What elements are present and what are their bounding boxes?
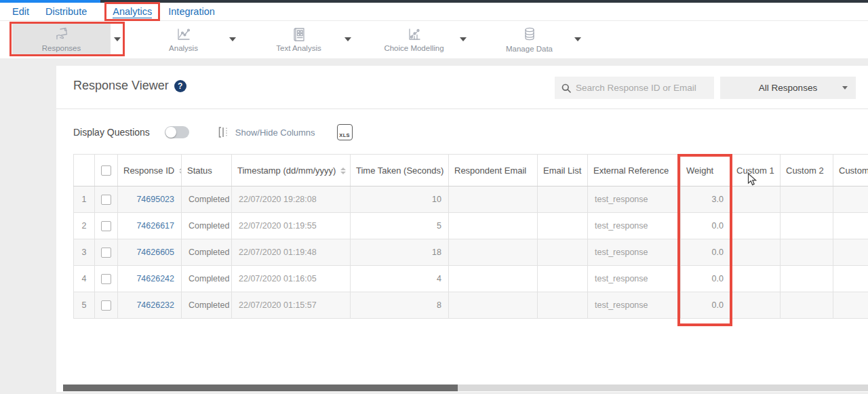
response-id-link[interactable]: 74626242 — [136, 274, 174, 283]
column-header-custom-1: Custom 1 — [731, 155, 781, 186]
sort-icon[interactable] — [179, 168, 181, 174]
cell-weight: 0.0 — [681, 292, 731, 319]
cell-custom_1 — [731, 186, 781, 213]
cell-email_list — [538, 292, 588, 319]
cell-custom_2 — [781, 239, 833, 266]
cell-email_list — [538, 266, 588, 292]
sort-icon[interactable] — [340, 168, 346, 174]
analysis-dropdown-caret[interactable] — [229, 37, 236, 41]
text-analysis-dropdown-caret[interactable] — [344, 37, 351, 41]
search-box — [555, 77, 714, 99]
row-number: 1 — [74, 186, 95, 213]
row-checkbox[interactable] — [101, 248, 111, 258]
cell-timestamp: 22/07/2020 01:19:55 — [232, 213, 351, 239]
cell-weight: 0.0 — [681, 266, 731, 292]
cell-status: Completed — [182, 186, 232, 213]
cell-custom_3 — [833, 292, 868, 319]
cell-custom_1 — [731, 239, 781, 266]
choice-modelling-dropdown-caret[interactable] — [460, 37, 467, 41]
display-questions-toggle[interactable] — [165, 126, 189, 138]
cell-email_list — [538, 213, 588, 239]
toolbar-label: Analysis — [169, 44, 198, 52]
cell-time_taken: 18 — [351, 239, 449, 266]
cell-weight: 0.0 — [681, 213, 731, 239]
column-header-status: Status — [182, 155, 232, 186]
column-label: Weight — [686, 165, 713, 176]
cell-timestamp: 22/07/2020 19:28:08 — [232, 186, 351, 213]
export-xls-button[interactable]: XLS — [337, 124, 353, 140]
show-hide-columns-button[interactable]: Show/Hide Columns — [218, 126, 315, 138]
row-checkbox[interactable] — [101, 195, 111, 205]
table-controls: Display Questions Show/Hide Columns XLS — [73, 124, 353, 140]
cell-time_taken: 10 — [351, 186, 449, 213]
column-header-timestamp-dd-mm-yyyy[interactable]: Timestamp (dd/mm/yyyy) — [232, 155, 351, 186]
column-header-response-id[interactable]: Response ID — [118, 155, 182, 186]
cell-custom_3 — [833, 186, 868, 213]
cell-custom_2 — [781, 213, 833, 239]
table-row: 174695023Completed22/07/2020 19:28:0810t… — [74, 186, 868, 213]
filter-caret-icon — [842, 86, 848, 90]
scrollbar-thumb[interactable] — [63, 385, 458, 391]
column-header-respondent-email: Respondent Email — [449, 155, 538, 186]
response-id-link[interactable]: 74626617 — [136, 221, 174, 231]
cell-response_id: 74626242 — [118, 266, 182, 292]
cell-time_taken: 4 — [351, 266, 449, 292]
main-nav: Edit Distribute Analytics Integration — [0, 3, 868, 21]
column-label: Custom 2 — [786, 165, 824, 176]
toolbar-label: Manage Data — [506, 45, 553, 53]
cell-external_reference: test_response — [588, 239, 681, 266]
row-number: 3 — [74, 239, 95, 266]
column-label: Timestamp (dd/mm/yyyy) — [237, 165, 336, 176]
responses-table-container: Response IDStatusTimestamp (dd/mm/yyyy)T… — [73, 154, 868, 323]
row-checkbox[interactable] — [101, 274, 111, 284]
response-id-link[interactable]: 74626232 — [136, 300, 174, 310]
column-label: Custom 1 — [736, 165, 774, 176]
row-number: 4 — [74, 266, 95, 292]
table-row: 574626232Completed22/07/2020 01:15:578te… — [74, 292, 868, 319]
cell-response_id: 74626617 — [118, 213, 182, 239]
cell-custom_2 — [781, 186, 833, 213]
response-id-link[interactable]: 74626605 — [136, 248, 174, 257]
toolbar-button-manage-data[interactable]: Manage Data — [480, 24, 578, 55]
row-checkbox[interactable] — [101, 300, 111, 311]
search-input[interactable] — [576, 83, 701, 93]
column-header-time-taken-seconds[interactable]: Time Taken (Seconds) — [351, 155, 449, 186]
nav-item-integration[interactable]: Integration — [168, 6, 215, 17]
cell-status: Completed — [182, 213, 232, 239]
page-title: Response Viewer ? — [73, 79, 186, 93]
toolbar-button-choice-modelling[interactable]: Choice Modelling — [365, 24, 463, 55]
cell-email_list — [538, 239, 588, 266]
column-label: External Reference — [593, 165, 669, 176]
select-all-checkbox[interactable] — [101, 165, 111, 176]
response-id-link[interactable]: 74695023 — [136, 195, 174, 204]
row-checkbox[interactable] — [101, 221, 111, 231]
column-header-custom-3: Custom 3 — [833, 155, 868, 186]
responses-filter-dropdown[interactable]: All Responses — [720, 77, 856, 99]
cell-external_reference: test_response — [588, 213, 681, 239]
cell-response_id: 74626605 — [118, 239, 182, 266]
cell-weight: 0.0 — [681, 239, 731, 266]
toolbar-button-text-analysis[interactable]: Text Analysis — [250, 24, 348, 55]
nav-item-edit[interactable]: Edit — [12, 6, 29, 17]
text-analysis-icon — [292, 27, 307, 42]
analytics-highlight-box: Analytics — [104, 2, 160, 21]
toolbar-label: Text Analysis — [276, 44, 321, 52]
analytics-toolbar: Responses Analysis Text Analysis — [0, 21, 868, 58]
header-row-number — [74, 155, 95, 186]
cell-respondent_email — [449, 239, 538, 266]
cell-timestamp: 22/07/2020 01:16:05 — [232, 266, 351, 292]
nav-item-distribute[interactable]: Distribute — [45, 6, 87, 17]
column-label: Email List — [543, 165, 581, 176]
row-checkbox-cell — [95, 266, 118, 292]
column-label: Custom 3 — [839, 165, 868, 176]
cell-timestamp: 22/07/2020 01:15:57 — [232, 292, 351, 319]
row-number: 2 — [74, 213, 95, 239]
horizontal-scrollbar[interactable] — [63, 385, 868, 391]
toolbar-button-analysis[interactable]: Analysis — [134, 24, 233, 55]
analysis-icon — [176, 27, 192, 42]
cell-custom_3 — [833, 266, 868, 292]
responses-highlight-box — [9, 22, 125, 56]
manage-data-dropdown-caret[interactable] — [574, 37, 581, 41]
help-icon[interactable]: ? — [174, 80, 186, 92]
nav-item-analytics[interactable]: Analytics — [113, 6, 152, 18]
